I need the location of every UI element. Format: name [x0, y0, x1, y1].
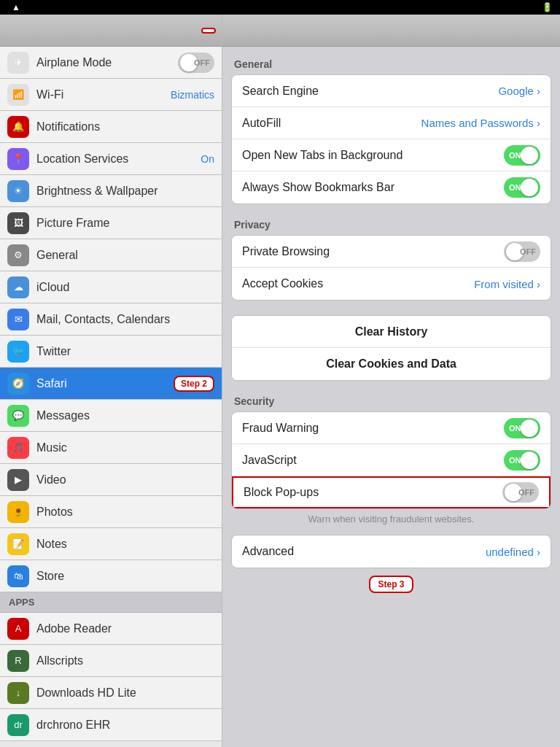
icloud-icon: ☁: [7, 276, 29, 298]
sidebar-item-music[interactable]: 🎵Music: [0, 432, 222, 464]
row-label-showbookmarks: Always Show Bookmarks Bar: [242, 181, 504, 194]
row-showbookmarks[interactable]: Always Show Bookmarks BarON: [232, 171, 551, 204]
settings-group-privacy: Private BrowsingOFFAccept CookiesFrom vi…: [231, 235, 551, 301]
row-javascript[interactable]: JavaScriptON: [232, 444, 551, 476]
settings-group-advanced: Advancedundefined ›: [231, 535, 551, 568]
row-label-advanced: Advanced: [242, 545, 486, 558]
sidebar-item-airplane[interactable]: ✈Airplane ModeOFF: [0, 47, 222, 79]
status-bar: ▲ 🔋: [0, 0, 560, 15]
sidebar-label-pictureframe: Picture Frame: [36, 217, 214, 230]
sidebar-label-airplane: Airplane Mode: [36, 56, 178, 69]
step1-badge: [201, 28, 216, 34]
sidebar-label-wifi: Wi-Fi: [36, 88, 171, 101]
sidebar-item-brightness[interactable]: ☀Brightness & Wallpaper: [0, 175, 222, 207]
step3-badge: Step 3: [369, 576, 413, 593]
toggle-privatebrowsing[interactable]: OFF: [504, 241, 540, 262]
sidebar-item-store[interactable]: 🛍Store: [0, 560, 222, 592]
row-opennewtabs[interactable]: Open New Tabs in BackgroundON: [232, 139, 551, 171]
photos-icon: 🌻: [7, 501, 29, 523]
sidebar-item-drchrono[interactable]: drdrchrono EHR: [0, 709, 222, 741]
sidebar-label-notes: Notes: [36, 538, 214, 551]
sidebar-label-messages: Messages: [36, 409, 214, 422]
row-label-searchengine: Search Engine: [242, 85, 498, 98]
sidebar-label-general: General: [36, 249, 214, 262]
row-blockpopups[interactable]: Block Pop-upsOFF: [232, 476, 551, 508]
sidebar-item-notifications[interactable]: 🔔Notifications: [0, 111, 222, 143]
sidebar-item-video[interactable]: ▶Video: [0, 464, 222, 496]
row-advanced[interactable]: Advancedundefined ›: [232, 535, 551, 568]
row-autofill[interactable]: AutoFillNames and Passwords ›: [232, 107, 551, 139]
sidebar-item-twitter[interactable]: 🐦Twitter: [0, 336, 222, 368]
step3-wrapper: Step 3: [231, 576, 551, 593]
step2-badge: Step 2: [174, 376, 214, 392]
row-value-searchengine: Google ›: [498, 85, 540, 97]
sidebar-label-store: Store: [36, 570, 214, 583]
sidebar-label-drchrono: drchrono EHR: [36, 719, 214, 732]
location-icon: 📍: [7, 148, 29, 170]
sidebar-label-icloud: iCloud: [36, 281, 214, 294]
sidebar: ✈Airplane ModeOFF📶Wi-FiBizmatics🔔Notific…: [0, 15, 222, 747]
row-label-fraudwarning: Fraud Warning: [242, 422, 504, 435]
toggle-fraudwarning[interactable]: ON: [504, 418, 540, 438]
sidebar-item-location[interactable]: 📍Location ServicesOn: [0, 143, 222, 175]
row-clearhistory[interactable]: Clear History: [232, 316, 551, 348]
button-label-clearhistory: Clear History: [355, 325, 428, 338]
sidebar-item-general[interactable]: ⚙General: [0, 239, 222, 271]
sidebar-value-location: On: [201, 153, 214, 165]
row-value-autofill: Names and Passwords ›: [421, 117, 540, 129]
section-label-general: General: [231, 58, 551, 70]
sidebar-item-notes[interactable]: 📝Notes: [0, 528, 222, 560]
sidebar-label-brightness: Brightness & Wallpaper: [36, 185, 214, 198]
sidebar-item-adobe[interactable]: AAdobe Reader: [0, 613, 222, 645]
battery-icon: 🔋: [542, 2, 553, 12]
row-fraudwarning[interactable]: Fraud WarningON: [232, 412, 551, 444]
sidebar-item-messages[interactable]: 💬Messages: [0, 400, 222, 432]
sidebar-label-video: Video: [36, 473, 214, 487]
notes-icon: 📝: [7, 533, 29, 555]
sidebar-item-wifi[interactable]: 📶Wi-FiBizmatics: [0, 79, 222, 111]
sidebar-label-notifications: Notifications: [36, 120, 214, 133]
toggle-opennewtabs[interactable]: ON: [504, 145, 540, 166]
sidebar-item-downloads[interactable]: ↓Downloads HD Lite: [0, 677, 222, 709]
settings-group-privacyactions: Clear HistoryClear Cookies and Data: [231, 315, 551, 381]
wifi-icon: 📶: [7, 84, 29, 106]
row-label-javascript: JavaScript: [242, 454, 504, 467]
sidebar-header: [0, 15, 222, 47]
sidebar-item-photos[interactable]: 🌻Photos: [0, 496, 222, 528]
downloads-icon: ↓: [7, 682, 29, 704]
sidebar-list: ✈Airplane ModeOFF📶Wi-FiBizmatics🔔Notific…: [0, 47, 222, 747]
sidebar-item-pictureframe[interactable]: 🖼Picture Frame: [0, 207, 222, 239]
sidebar-item-safari[interactable]: 🧭SafariStep 2: [0, 368, 222, 400]
row-value-advanced: undefined ›: [486, 546, 540, 558]
settings-scroll: GeneralSearch EngineGoogle ›AutoFillName…: [222, 47, 560, 747]
row-searchengine[interactable]: Search EngineGoogle ›: [232, 75, 551, 107]
music-icon: 🎵: [7, 437, 29, 459]
safari-icon: 🧭: [7, 373, 29, 395]
sidebar-item-icloud[interactable]: ☁iCloud: [0, 271, 222, 303]
sidebar-label-photos: Photos: [36, 506, 214, 519]
toggle-javascript[interactable]: ON: [504, 450, 540, 471]
right-header: [222, 15, 560, 47]
sidebar-label-twitter: Twitter: [36, 345, 214, 358]
button-label-clearcookies: Clear Cookies and Data: [326, 357, 456, 371]
sidebar-item-mail[interactable]: ✉Mail, Contacts, Calendars: [0, 303, 222, 336]
apps-label: Apps: [9, 597, 34, 608]
toggle-knob-javascript: [521, 452, 538, 469]
sidebar-label-downloads: Downloads HD Lite: [36, 686, 214, 700]
toggle-showbookmarks[interactable]: ON: [504, 177, 540, 198]
sidebar-label-safari: Safari: [36, 377, 168, 390]
row-acceptcookies[interactable]: Accept CookiesFrom visited ›: [232, 268, 551, 300]
notifications-icon: 🔔: [7, 116, 29, 138]
sidebar-item-allscripts[interactable]: RAllscripts: [0, 645, 222, 677]
row-label-autofill: AutoFill: [242, 117, 421, 130]
toggle-blockpopups[interactable]: OFF: [502, 482, 539, 503]
row-privatebrowsing[interactable]: Private BrowsingOFF: [232, 236, 551, 268]
row-clearcookies[interactable]: Clear Cookies and Data: [232, 348, 551, 380]
row-label-acceptcookies: Accept Cookies: [242, 277, 474, 290]
general-icon: ⚙: [7, 244, 29, 266]
status-left: ▲: [7, 2, 20, 12]
toggle-knob-fraudwarning: [521, 419, 538, 437]
store-icon: 🛍: [7, 565, 29, 587]
apps-section-header: Apps: [0, 592, 222, 613]
toggle-airplane[interactable]: OFF: [178, 53, 214, 73]
